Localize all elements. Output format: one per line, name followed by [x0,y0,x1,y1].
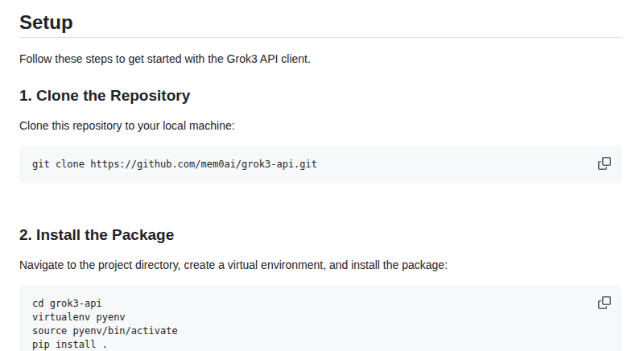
code-text-install: cd grok3-api virtualenv pyenv source pye… [32,297,590,351]
step-2-heading: 2. Install the Package [19,225,622,245]
code-text-clone: git clone https://github.com/mem0ai/grok… [32,158,590,171]
code-content-install: cd grok3-api virtualenv pyenv source pye… [32,298,178,350]
section-heading-setup: Setup [19,10,622,38]
intro-paragraph: Follow these steps to get started with t… [19,51,622,67]
copy-icon [598,157,611,170]
copy-button-clone[interactable] [595,154,614,173]
copy-button-install[interactable] [595,293,614,312]
step-1-heading: 1. Clone the Repository [19,86,622,105]
readme-setup-section: Setup Follow these steps to get started … [0,0,644,351]
code-block-install: cd grok3-api virtualenv pyenv source pye… [19,285,622,351]
copy-icon [598,296,611,309]
spacer [19,190,622,206]
step-2-description: Navigate to the project directory, creat… [19,257,622,273]
step-1-description: Clone this repository to your local mach… [19,118,622,134]
code-block-clone: git clone https://github.com/mem0ai/grok… [19,146,622,184]
code-content-clone: git clone https://github.com/mem0ai/grok… [32,159,317,170]
